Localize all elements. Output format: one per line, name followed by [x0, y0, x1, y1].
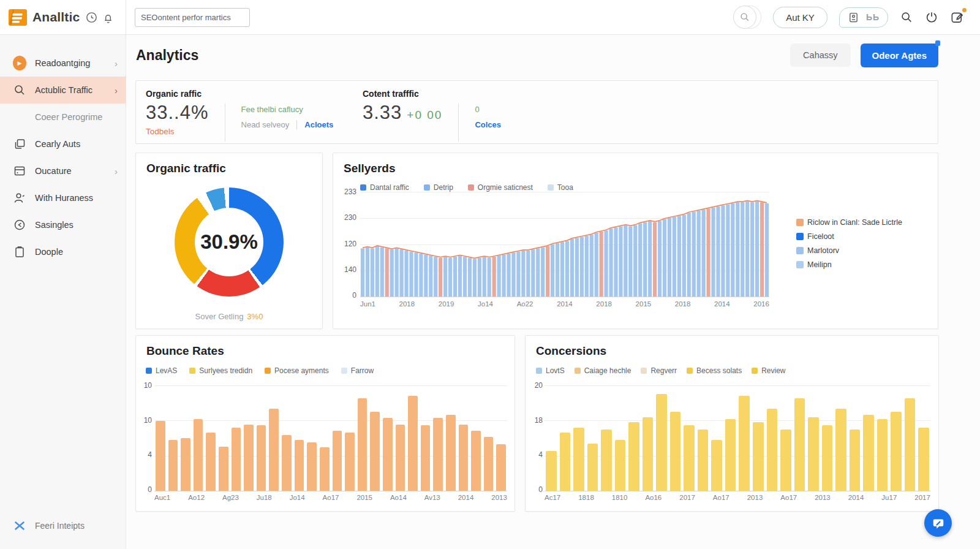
bar[interactable] [282, 435, 292, 491]
bar[interactable] [850, 430, 861, 491]
bar[interactable] [601, 430, 612, 491]
stat-link[interactable]: Acloets [304, 120, 333, 129]
bar[interactable] [358, 398, 368, 491]
bar[interactable] [320, 447, 330, 491]
bar[interactable] [628, 422, 639, 491]
bar[interactable] [891, 412, 902, 491]
bar[interactable] [587, 444, 598, 491]
legend-swatch [796, 247, 804, 254]
bar[interactable] [918, 428, 929, 491]
bar[interactable] [573, 428, 584, 491]
bar[interactable] [345, 433, 355, 491]
id-badge-icon [848, 12, 859, 23]
bounce-plot[interactable] [154, 385, 507, 491]
sidebar-item-doople[interactable]: Doople [0, 238, 126, 265]
bar[interactable] [670, 412, 681, 491]
sidebar-item-oucature[interactable]: Oucature› [0, 157, 126, 184]
bar[interactable] [739, 396, 750, 491]
bar[interactable] [643, 417, 654, 491]
bar[interactable] [905, 398, 916, 491]
bar[interactable] [835, 409, 846, 491]
bar[interactable] [181, 438, 190, 491]
bar[interactable] [794, 398, 805, 491]
bar[interactable] [546, 451, 557, 491]
bar[interactable] [396, 425, 405, 491]
bar[interactable] [496, 444, 506, 491]
bar[interactable] [863, 415, 874, 491]
bar[interactable] [194, 419, 203, 491]
primary-button[interactable]: Odeor Agtes [861, 44, 938, 67]
bar[interactable] [433, 418, 443, 491]
donut-chart[interactable]: 30.9% [175, 187, 284, 297]
bar[interactable] [383, 418, 393, 491]
bar[interactable] [753, 422, 764, 491]
bar[interactable] [446, 415, 456, 491]
bar[interactable] [711, 440, 722, 491]
bar[interactable] [156, 421, 165, 491]
search-input[interactable] [135, 8, 250, 27]
bar[interactable] [484, 437, 494, 491]
user-icon [13, 191, 26, 205]
bar[interactable] [370, 412, 380, 491]
x-tick-label: 2018 [596, 300, 612, 308]
compose-icon[interactable] [950, 10, 964, 25]
bar[interactable] [244, 425, 254, 491]
bar[interactable] [219, 447, 228, 491]
bar[interactable] [656, 394, 667, 491]
bar[interactable] [408, 396, 418, 491]
stat-link[interactable]: Colces [475, 120, 501, 129]
bar[interactable] [471, 431, 481, 491]
bar[interactable] [295, 440, 304, 491]
bar[interactable] [269, 409, 279, 491]
chat-fab-button[interactable] [924, 509, 952, 537]
sellyerds-card: Sellyerds Dantal rafficDetripOrgmie sati… [333, 153, 938, 329]
bar[interactable] [877, 419, 888, 491]
sellyerds-plot[interactable] [360, 192, 769, 297]
bar[interactable] [421, 425, 431, 491]
sidebar-item-readoantging[interactable]: ▶Readoantging› [0, 50, 126, 77]
divider [296, 120, 297, 129]
bar[interactable] [684, 425, 695, 491]
bar[interactable] [257, 425, 266, 491]
x-tick-label: Ao16 [645, 494, 662, 501]
x-tick-label: 2013 [491, 494, 507, 501]
sidebar-item-sasingles[interactable]: Sasingles [0, 211, 126, 238]
donut-caption-value: 3%0 [247, 312, 263, 321]
bar[interactable] [307, 442, 317, 491]
sidebar-item-label: Oucature [35, 166, 72, 176]
topbar-actions: Aut KY ЬЬ [733, 6, 980, 29]
bar[interactable] [767, 409, 778, 491]
x-tick-label: Ju18 [257, 494, 272, 501]
bar[interactable] [232, 428, 241, 491]
bar[interactable] [459, 425, 469, 491]
bar[interactable] [333, 431, 342, 491]
bar[interactable] [808, 417, 819, 491]
clock-icon[interactable] [85, 11, 98, 24]
power-icon[interactable] [925, 10, 938, 24]
bar[interactable] [698, 430, 709, 491]
bell-icon[interactable] [102, 11, 115, 24]
bar[interactable] [168, 440, 178, 491]
stat-value: 33..4% [146, 102, 209, 123]
legend-item: Pocese ayments [265, 366, 329, 375]
user-pill-button[interactable]: Aut KY [773, 7, 827, 28]
x-tick-label: 2016 [753, 300, 769, 308]
sidebar-item-feeri-inteipts[interactable]: Feeri Inteipts [0, 512, 126, 539]
bar[interactable] [615, 440, 626, 491]
sidebar-item-coeer-perogrime[interactable]: Coeer Perogrime [0, 104, 126, 131]
sidebar-item-label: Sasingles [35, 220, 74, 230]
concersions-plot[interactable] [545, 385, 930, 491]
search-pill-button[interactable] [733, 6, 761, 29]
sidebar-item-with-huraness[interactable]: With Huraness [0, 184, 126, 211]
bar[interactable] [206, 433, 216, 491]
bar[interactable] [560, 433, 571, 491]
bar[interactable] [780, 430, 791, 491]
sidebar-item-cearly-auts[interactable]: Cearly Auts [0, 131, 126, 157]
bar[interactable] [822, 425, 833, 491]
organic-traffic-card: Organic traffic 30.9% Sover Getling3%0 [135, 153, 323, 329]
view-toggle-pill[interactable]: ЬЬ [839, 7, 888, 28]
sidebar-item-actublic-traffic[interactable]: Actublic Traffic› [0, 77, 126, 104]
magnifier-icon[interactable] [900, 10, 913, 24]
bar[interactable] [725, 419, 736, 491]
secondary-button[interactable]: Cahassy [790, 44, 850, 67]
